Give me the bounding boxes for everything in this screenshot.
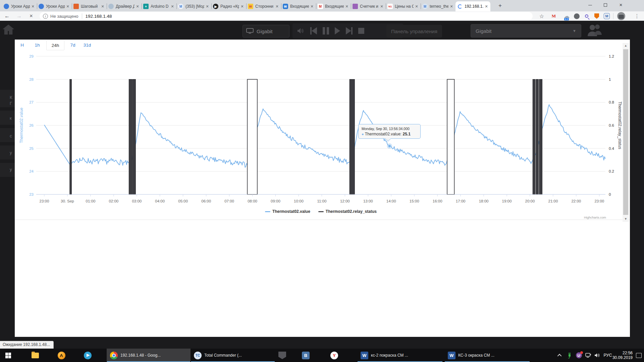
tab-close-icon[interactable]: ✕ [240, 4, 245, 9]
control-panel-label[interactable]: Панель управления [386, 25, 442, 38]
volume-tray-icon[interactable] [592, 349, 602, 362]
back-icon[interactable]: ← [3, 12, 11, 20]
hover-marker[interactable] [388, 144, 391, 147]
scrollbar-thumb[interactable] [623, 49, 628, 215]
tab-close-icon[interactable]: ✕ [205, 4, 210, 9]
start-button[interactable] [0, 349, 16, 362]
taskbar-task-yandex-pinned[interactable]: Y [327, 349, 354, 362]
taskbar-task-totalcmd[interactable]: TCTotal Commander (... [191, 349, 275, 362]
home-icon[interactable] [1, 23, 15, 38]
relay-status-bar[interactable] [447, 79, 454, 194]
relay-status-bar[interactable] [536, 79, 539, 194]
notification-icon [636, 353, 642, 358]
relay-status-bar[interactable] [70, 79, 72, 194]
stop-icon[interactable] [358, 28, 364, 34]
browser-tab-1[interactable]: Уроки Ард✕ [2, 1, 37, 11]
x-axis-label: 19:00 [502, 199, 512, 203]
site-info-icon[interactable]: i [43, 14, 48, 19]
relay-status-bar[interactable] [539, 79, 542, 194]
device-dropdown[interactable]: Gigabit ▼ [471, 24, 581, 38]
m-hexagon-extension-icon[interactable]: M [604, 13, 610, 19]
relay-status-bar[interactable] [247, 79, 257, 194]
skip-forward-icon[interactable] [346, 27, 353, 35]
legend-item[interactable]: Thermostat02.value [265, 209, 310, 214]
browser-tab-3[interactable]: Шаговый✕ [72, 1, 107, 11]
file-explorer-button[interactable] [22, 349, 48, 362]
search-extension-icon[interactable] [583, 12, 590, 20]
browser-tab-7[interactable]: ▶Радио «Кр✕ [211, 1, 246, 11]
taskbar-task-chrome[interactable]: 192.168.1.48 - Goog... [107, 349, 191, 362]
relay-status-bar[interactable] [129, 79, 132, 194]
browser-tab-5[interactable]: +Arduino D✕ [142, 1, 176, 11]
address-bar[interactable]: i Не защищено 192.168.1.48 [40, 12, 533, 20]
avast-button[interactable]: A [48, 349, 74, 362]
volume-icon[interactable] [297, 27, 305, 35]
gmail-icon: M [318, 4, 323, 9]
scroll-down-icon[interactable]: ▼ [623, 216, 629, 222]
relay-status-bar[interactable] [533, 79, 535, 194]
tab-close-icon[interactable]: ✕ [449, 4, 454, 9]
window-maximize-button[interactable] [598, 0, 613, 10]
browser-menu-icon[interactable]: ⋮ [633, 12, 641, 20]
relay-status-bar[interactable] [132, 79, 136, 194]
legend-item[interactable]: Thermostat02.relay_status [318, 209, 377, 214]
tab-close-icon[interactable]: ✕ [344, 4, 349, 9]
tab-close-icon[interactable]: ✕ [135, 4, 140, 9]
stop-loading-icon[interactable]: ✕ [27, 12, 36, 20]
clock[interactable]: 22:5630.09.2019 [613, 349, 633, 362]
bookmark-star-icon[interactable]: ☆ [538, 12, 545, 20]
cloud-extension-icon[interactable]: ☁6.0 [563, 12, 570, 20]
tab-close-icon[interactable]: ✕ [275, 4, 279, 9]
language-indicator[interactable]: РУС [602, 349, 614, 362]
gmail-extension-icon[interactable]: M [550, 12, 557, 20]
temperature-series-line[interactable] [44, 105, 605, 167]
counter-icon [353, 4, 358, 9]
profile-avatar[interactable] [617, 12, 625, 20]
skip-back-icon[interactable] [310, 27, 317, 35]
browser-tab-12[interactable]: N1Цены на С✕ [386, 1, 421, 11]
forward-icon[interactable]: → [15, 12, 23, 20]
scroll-up-icon[interactable]: ▲ [623, 43, 629, 49]
network-tray-icon[interactable] [584, 349, 593, 362]
taskbar-task-word[interactable]: Wкс-2 покраска СМ ... [357, 349, 443, 362]
tray-expand-button[interactable] [555, 349, 564, 362]
tab-close-icon[interactable]: ✕ [414, 4, 419, 9]
relay-status-bar[interactable] [350, 79, 355, 194]
tab-close-icon[interactable]: ✕ [100, 4, 105, 9]
browser-tab-11[interactable]: Счетчик и✕ [351, 1, 386, 11]
shield-extension-icon[interactable] [593, 12, 600, 20]
tab-close-icon[interactable]: ✕ [310, 4, 314, 9]
action-center-button[interactable] [634, 349, 643, 362]
window-close-button[interactable]: ✕ [613, 0, 629, 10]
taskbar-task-wot-pinned[interactable] [275, 349, 299, 362]
browser-tab-13[interactable]: Mterneo_the✕ [421, 1, 455, 11]
browser-tab-2[interactable]: Уроки Ард✕ [37, 1, 72, 11]
tab-close-icon[interactable]: ✕ [484, 4, 489, 9]
browser-tab-14[interactable]: 192.168.1.4✕ [455, 1, 490, 11]
new-tab-button[interactable]: + [496, 2, 504, 10]
wot-icon [278, 352, 286, 359]
browser-tab-9[interactable]: ✉Входящие✕ [281, 1, 316, 11]
pause-icon[interactable] [323, 27, 329, 35]
tab-close-icon[interactable]: ✕ [65, 4, 70, 9]
telegram-button[interactable] [74, 349, 101, 362]
tab-close-icon[interactable]: ✕ [170, 4, 175, 9]
viber-tray-icon[interactable] [574, 349, 584, 362]
toolbar-divider [613, 13, 613, 19]
profile-extension-icon[interactable] [573, 12, 580, 20]
y-left-label: 26 [29, 123, 34, 127]
browser-tab-4[interactable]: Драйвер Д✕ [107, 1, 142, 11]
usb-plug-tray-icon[interactable] [565, 349, 574, 362]
chart-scrollbar[interactable]: ▲ ▼ [623, 43, 629, 222]
tab-close-icon[interactable]: ✕ [379, 4, 384, 9]
taskbar-task-word[interactable]: WКС-3 окраска СМ ... [444, 349, 530, 362]
users-icon[interactable] [586, 23, 602, 38]
device-button[interactable]: Gigabit [243, 25, 289, 38]
tab-close-icon[interactable]: ✕ [31, 4, 35, 9]
taskbar-task-vk-pinned[interactable]: В [299, 349, 327, 362]
browser-tab-8[interactable]: ✉Сторонни✕ [246, 1, 281, 11]
browser-tab-10[interactable]: MВходящие✕ [316, 1, 351, 11]
play-icon[interactable] [335, 27, 340, 35]
window-minimize-button[interactable] [582, 0, 598, 10]
browser-tab-6[interactable]: M(353) [Мод✕ [176, 1, 211, 11]
